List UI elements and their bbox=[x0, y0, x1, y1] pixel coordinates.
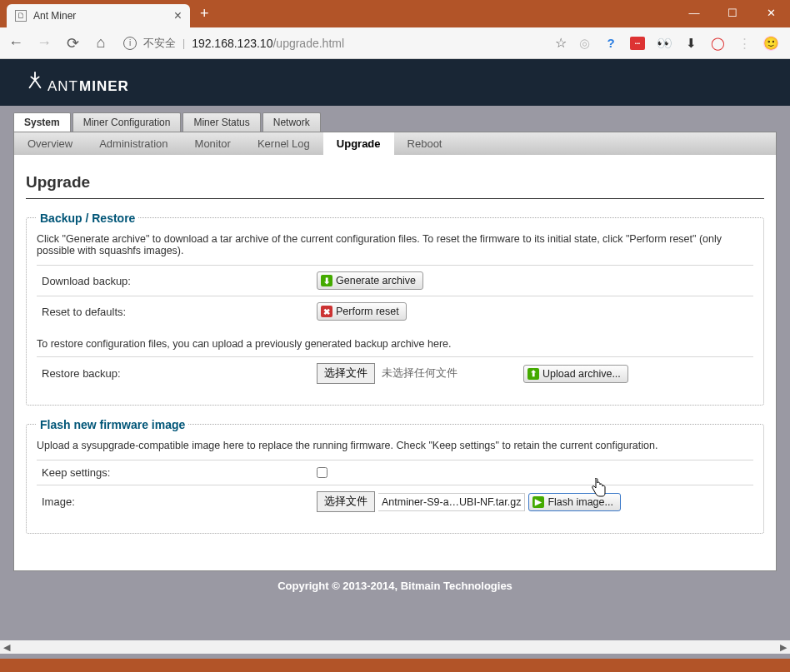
tab-network[interactable]: Network bbox=[262, 112, 321, 132]
browser-tab-active[interactable]: 🗋 Ant Miner × bbox=[7, 4, 190, 27]
favicon: 🗋 bbox=[15, 10, 27, 22]
logo-text-a: ANT bbox=[48, 78, 78, 95]
flash-desc: Upload a sysupgrade-compatible image her… bbox=[37, 440, 753, 451]
footer-copyright: Copyright © 2013-2014, Bitmain Technolog… bbox=[0, 571, 790, 592]
subtab-overview[interactable]: Overview bbox=[14, 132, 86, 155]
subtab-reboot[interactable]: Reboot bbox=[394, 132, 456, 155]
tab-title: Ant Miner bbox=[33, 10, 76, 22]
profile-avatar[interactable]: 🙂 bbox=[763, 36, 778, 51]
security-warning: 不安全 bbox=[143, 36, 176, 51]
home-button[interactable]: ⌂ bbox=[92, 34, 110, 52]
upload-archive-button[interactable]: ⬆Upload archive... bbox=[523, 365, 628, 383]
page-title: Upgrade bbox=[26, 168, 764, 199]
forward-button[interactable]: → bbox=[35, 34, 53, 52]
ext-ic-1[interactable]: ◎ bbox=[577, 36, 592, 51]
restore-choose-file-button[interactable]: 选择文件 bbox=[317, 363, 375, 384]
subtab-kernel-log[interactable]: Kernel Log bbox=[244, 132, 323, 155]
extension-icons: ◎ ? ••• 👀 ⬇ ◯ ⋮ 🙂 bbox=[577, 36, 783, 51]
reset-defaults-label: Reset to defaults: bbox=[42, 306, 317, 318]
help-icon[interactable]: ? bbox=[603, 36, 618, 51]
perform-reset-label: Perform reset bbox=[336, 306, 399, 317]
download-icon[interactable]: ⬇ bbox=[683, 36, 698, 51]
bookmark-star-icon[interactable]: ☆ bbox=[555, 35, 567, 51]
image-choose-file-button[interactable]: 选择文件 bbox=[317, 491, 375, 512]
content-container: System Miner Configuration Miner Status … bbox=[0, 106, 790, 571]
download-icon: ⬇ bbox=[321, 275, 332, 286]
main-tabs: System Miner Configuration Miner Status … bbox=[13, 112, 777, 132]
subtab-monitor[interactable]: Monitor bbox=[182, 132, 244, 155]
image-label: Image: bbox=[42, 495, 317, 508]
opera-icon[interactable]: ◯ bbox=[710, 36, 725, 51]
app-header: ANTMINER bbox=[0, 59, 790, 106]
play-icon: ▶ bbox=[532, 496, 544, 508]
image-selected-file: Antminer-S9-a…UBI-NF.tar.gz bbox=[378, 493, 525, 511]
row-reset-defaults: Reset to defaults: ✖Perform reset bbox=[37, 296, 753, 326]
download-backup-label: Download backup: bbox=[42, 275, 317, 287]
sub-tabs: Overview Administration Monitor Kernel L… bbox=[13, 132, 777, 155]
flash-image-button[interactable]: ▶Flash image... bbox=[528, 493, 621, 511]
minimize-button[interactable]: — bbox=[675, 0, 713, 25]
site-info-icon[interactable]: i bbox=[123, 37, 137, 50]
row-keep-settings: Keep settings: bbox=[37, 460, 753, 485]
fieldset-backup: Backup / Restore Click "Generate archive… bbox=[26, 217, 764, 406]
legend-flash: Flash new firmware image bbox=[37, 418, 188, 431]
logo-mark-icon bbox=[23, 71, 47, 91]
tab-miner-configuration[interactable]: Miner Configuration bbox=[72, 112, 182, 132]
upload-icon: ⬆ bbox=[528, 368, 539, 380]
subtab-administration[interactable]: Administration bbox=[86, 132, 181, 155]
logo-text-b: MINER bbox=[79, 78, 129, 95]
reset-icon: ✖ bbox=[321, 306, 332, 317]
tab-strip: 🗋 Ant Miner × + bbox=[0, 0, 209, 27]
perform-reset-button[interactable]: ✖Perform reset bbox=[317, 302, 407, 321]
restore-desc: To restore configuration files, you can … bbox=[37, 338, 753, 350]
window-titlebar: 🗋 Ant Miner × + — ☐ ✕ bbox=[0, 0, 790, 27]
address-bar[interactable]: i 不安全 | 192.168.123.10/upgrade.html bbox=[120, 36, 545, 51]
scroll-right-arrow[interactable]: ▶ bbox=[777, 642, 790, 653]
window-controls: — ☐ ✕ bbox=[675, 0, 790, 25]
fieldset-flash: Flash new firmware image Upload a sysupg… bbox=[26, 424, 764, 534]
tab-system[interactable]: System bbox=[13, 112, 71, 132]
row-image: Image: 选择文件 Antminer-S9-a…UBI-NF.tar.gz … bbox=[37, 485, 753, 518]
upload-archive-label: Upload archive... bbox=[542, 368, 621, 380]
subtab-upgrade[interactable]: Upgrade bbox=[323, 132, 394, 155]
horizontal-scrollbar[interactable]: ◀ ▶ bbox=[0, 640, 790, 654]
close-window-button[interactable]: ✕ bbox=[752, 0, 790, 25]
row-download-backup: Download backup: ⬇Generate archive bbox=[37, 265, 753, 296]
ext-ic-3[interactable]: 👀 bbox=[657, 36, 672, 51]
url-host: 192.168.123.10 bbox=[192, 37, 272, 50]
new-tab-button[interactable]: + bbox=[200, 0, 209, 27]
flash-image-label: Flash image... bbox=[548, 496, 613, 508]
row-restore-backup: Restore backup: 选择文件 未选择任何文件 ⬆Upload arc… bbox=[37, 356, 753, 390]
separator-vert: ⋮ bbox=[737, 36, 752, 51]
url-path: /upgrade.html bbox=[272, 37, 344, 50]
close-tab-icon[interactable]: × bbox=[174, 8, 182, 23]
ext-ic-2[interactable]: ••• bbox=[630, 37, 645, 50]
maximize-button[interactable]: ☐ bbox=[713, 0, 752, 25]
generate-archive-label: Generate archive bbox=[336, 275, 416, 286]
restore-backup-label: Restore backup: bbox=[42, 367, 317, 380]
antminer-logo: ANTMINER bbox=[23, 71, 129, 95]
reload-button[interactable]: ⟳ bbox=[63, 34, 82, 52]
back-button[interactable]: ← bbox=[7, 34, 25, 52]
generate-archive-button[interactable]: ⬇Generate archive bbox=[317, 271, 423, 290]
scroll-left-arrow[interactable]: ◀ bbox=[0, 642, 13, 653]
page-panel: Upgrade Backup / Restore Click "Generate… bbox=[13, 155, 777, 571]
keep-settings-label: Keep settings: bbox=[42, 466, 317, 479]
keep-settings-checkbox[interactable] bbox=[317, 467, 328, 478]
page-viewport: ANTMINER System Miner Configuration Mine… bbox=[0, 59, 790, 659]
legend-backup: Backup / Restore bbox=[37, 212, 138, 225]
backup-desc: Click "Generate archive" to download a t… bbox=[37, 233, 753, 256]
tab-miner-status[interactable]: Miner Status bbox=[182, 112, 260, 132]
separator: | bbox=[182, 37, 185, 49]
restore-no-file-text: 未选择任何文件 bbox=[378, 365, 520, 383]
browser-toolbar: ← → ⟳ ⌂ i 不安全 | 192.168.123.10/upgrade.h… bbox=[0, 27, 790, 59]
url-text: 192.168.123.10/upgrade.html bbox=[192, 37, 344, 50]
